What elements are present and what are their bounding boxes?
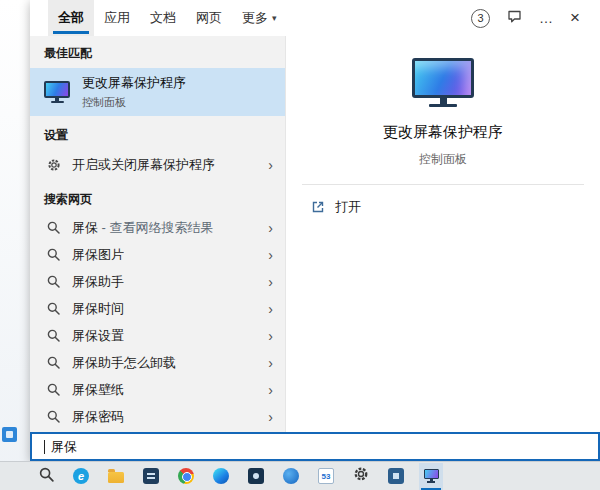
close-icon[interactable]: ×	[570, 8, 580, 28]
tab-more[interactable]: 更多 ▾	[232, 0, 287, 36]
web-suggestion-query: 屏保	[72, 220, 98, 235]
blue-app-icon	[388, 468, 404, 484]
open-label: 打开	[335, 198, 361, 216]
preview-subtitle: 控制面板	[419, 151, 467, 168]
web-suggestion-item[interactable]: 屏保 - 查看网络搜索结果 ›	[30, 214, 285, 241]
dark-app-icon	[143, 468, 159, 484]
best-match-item[interactable]: 更改屏幕保护程序 控制面板	[30, 68, 285, 116]
web-suggestion-item[interactable]: 屏保图片 ›	[30, 241, 285, 268]
settings-result-item[interactable]: 开启或关闭屏幕保护程序 ›	[30, 150, 285, 180]
settings-result-label: 开启或关闭屏幕保护程序	[72, 156, 215, 174]
search-icon	[46, 248, 61, 261]
chrome-icon	[178, 468, 194, 484]
search-flyout-window: 全部 应用 文档 网页 更多 ▾ 3 … ×	[30, 0, 600, 461]
blue-browser-icon	[283, 468, 299, 484]
web-suggestion-label: 屏保时间	[72, 300, 124, 318]
tab-web-label: 网页	[196, 9, 222, 27]
settings-gear-icon	[353, 466, 369, 486]
search-icon	[46, 410, 61, 423]
best-match-title: 更改屏幕保护程序	[82, 74, 186, 92]
taskbar-app3-button[interactable]	[384, 463, 408, 490]
web-suggestion-label: 屏保助手	[72, 273, 124, 291]
tab-web[interactable]: 网页	[186, 0, 232, 36]
text-caret	[44, 440, 45, 454]
taskbar-file-explorer-button[interactable]	[104, 463, 128, 490]
topbar-controls: 3 … ×	[471, 8, 590, 28]
folder-icon	[108, 472, 124, 483]
search-icon	[46, 356, 61, 369]
tab-all-label: 全部	[58, 9, 84, 27]
search-icon	[46, 383, 61, 396]
taskbar-chrome-button[interactable]	[174, 463, 198, 490]
taskbar-app2-button[interactable]	[244, 463, 268, 490]
desktop-shortcut-icon[interactable]	[2, 427, 17, 442]
navy-app-icon	[248, 468, 264, 484]
web-suggestion-item[interactable]: 屏保助手怎么卸载 ›	[30, 349, 285, 376]
search-icon	[46, 275, 61, 288]
chevron-right-icon: ›	[268, 355, 273, 371]
preview-title: 更改屏幕保护程序	[383, 123, 503, 142]
web-suggestion-label: 屏保设置	[72, 327, 124, 345]
ie-browser-icon: e	[73, 468, 89, 484]
tab-documents[interactable]: 文档	[140, 0, 186, 36]
search-icon	[46, 329, 61, 342]
taskbar-app1-button[interactable]	[139, 463, 163, 490]
taskbar-screensaver-window-button[interactable]	[419, 463, 443, 490]
search-query-text: 屏保	[51, 438, 77, 456]
screensaver-window-icon	[424, 469, 439, 483]
best-match-header: 最佳匹配	[30, 36, 285, 68]
search-input[interactable]: 屏保	[30, 432, 600, 461]
web-suggestion-label: 屏保助手怎么卸载	[72, 354, 176, 372]
web-suggestion-label: 屏保 - 查看网络搜索结果	[72, 219, 214, 237]
settings-header: 设置	[30, 116, 285, 150]
tab-all[interactable]: 全部	[48, 0, 94, 36]
web-suggestion-item[interactable]: 屏保助手 ›	[30, 268, 285, 295]
search-content: 最佳匹配 更改屏幕保护程序 控制面板 设置 开启或关闭屏幕保护程序	[30, 36, 600, 432]
chevron-right-icon: ›	[268, 382, 273, 398]
screensaver-monitor-icon-large	[412, 58, 474, 107]
taskbar-53-button[interactable]: 53	[314, 463, 338, 490]
rewards-badge[interactable]: 3	[471, 9, 490, 28]
tab-apps-label: 应用	[104, 9, 130, 27]
web-suggestion-item[interactable]: 屏保设置 ›	[30, 322, 285, 349]
search-icon	[46, 302, 61, 315]
chevron-right-icon: ›	[268, 220, 273, 236]
web-suggestion-item[interactable]: 屏保密码 ›	[30, 403, 285, 430]
results-panel: 最佳匹配 更改屏幕保护程序 控制面板 设置 开启或关闭屏幕保护程序	[30, 36, 285, 432]
taskbar-settings-button[interactable]	[349, 463, 373, 490]
taskbar: e 53	[0, 461, 600, 490]
screensaver-monitor-icon	[44, 81, 70, 103]
web-suggestion-label: 屏保壁纸	[72, 381, 124, 399]
chevron-right-icon: ›	[268, 157, 273, 173]
edge-icon	[213, 468, 229, 484]
web-suggestion-item[interactable]: 屏保壁纸 ›	[30, 376, 285, 403]
search-icon	[39, 467, 54, 486]
open-icon	[310, 200, 325, 214]
best-match-text: 更改屏幕保护程序 控制面板	[82, 74, 186, 110]
chevron-right-icon: ›	[268, 274, 273, 290]
feedback-icon[interactable]	[507, 9, 522, 28]
search-icon	[46, 221, 61, 234]
web-suggestion-suffix: - 查看网络搜索结果	[98, 220, 214, 235]
more-options-icon[interactable]: …	[539, 13, 553, 23]
taskbar-browser-button[interactable]	[279, 463, 303, 490]
chevron-right-icon: ›	[268, 301, 273, 317]
preview-panel: 更改屏幕保护程序 控制面板 打开	[285, 36, 600, 432]
taskbar-ie-button[interactable]: e	[69, 463, 93, 490]
web-suggestion-item[interactable]: 屏保时间 ›	[30, 295, 285, 322]
taskbar-edge-button[interactable]	[209, 463, 233, 490]
gear-icon	[46, 158, 61, 172]
taskbar-search-button[interactable]	[34, 463, 58, 490]
53-app-icon: 53	[318, 468, 334, 484]
search-filter-bar: 全部 应用 文档 网页 更多 ▾ 3 … ×	[30, 0, 600, 36]
tab-documents-label: 文档	[150, 9, 176, 27]
open-action[interactable]: 打开	[286, 185, 600, 216]
tab-apps[interactable]: 应用	[94, 0, 140, 36]
chevron-right-icon: ›	[268, 247, 273, 263]
web-suggestion-label: 屏保密码	[72, 408, 124, 426]
chevron-right-icon: ›	[268, 328, 273, 344]
web-suggestion-label: 屏保图片	[72, 246, 124, 264]
desktop-screen: 全部 应用 文档 网页 更多 ▾ 3 … ×	[0, 0, 600, 490]
tab-more-label: 更多	[242, 9, 268, 27]
chevron-down-icon: ▾	[272, 13, 277, 23]
